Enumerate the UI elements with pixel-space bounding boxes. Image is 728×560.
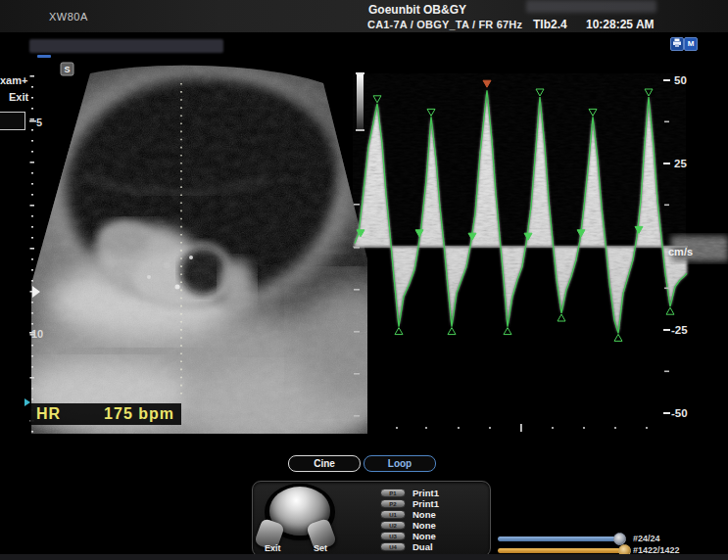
print-status-icon[interactable] xyxy=(670,37,684,51)
softkey-u2[interactable]: U2 xyxy=(380,521,406,530)
measure-mode-icon[interactable]: M xyxy=(684,37,698,51)
set-key-label: Set xyxy=(314,543,327,553)
cine-button[interactable]: Cine xyxy=(288,455,361,472)
institution-name: Goeunbit OB&GY xyxy=(368,3,466,17)
tgc-marker-icon[interactable] xyxy=(24,398,30,406)
softkey-row: U2 None xyxy=(380,521,436,530)
patient-name-redacted xyxy=(29,39,223,53)
softkey-row: U4 Dual xyxy=(380,542,433,551)
thermal-index: TIb2.4 xyxy=(533,18,567,31)
system-model: XW80A xyxy=(49,11,88,23)
orientation-marker: S xyxy=(61,63,73,75)
svg-text:-25: -25 xyxy=(671,324,688,336)
ultrasound-screen: { "header": { "model": "XW80A", "institu… xyxy=(0,0,728,560)
softkey-u3[interactable]: U3 xyxy=(380,532,406,540)
softkey-p2[interactable]: P2 xyxy=(380,499,406,508)
printer-icon xyxy=(672,38,682,48)
softkey-help-panel: Exit Set P1 Print1 P2 Print1 U1 None U2 … xyxy=(252,481,491,557)
bottom-strip xyxy=(0,554,728,560)
softkey-u4[interactable]: U4 xyxy=(380,542,406,551)
background-noise xyxy=(353,73,686,240)
svg-text:-50: -50 xyxy=(671,407,688,419)
exit-key-label: Exit xyxy=(265,543,281,553)
svg-text:25: 25 xyxy=(674,158,687,169)
svg-text:5: 5 xyxy=(36,117,42,128)
doppler-spectrum[interactable]: 50 25 -25 -50 cm/s xyxy=(353,54,728,450)
image-progress-bar[interactable] xyxy=(498,548,623,553)
loop-button[interactable]: Loop xyxy=(364,455,436,472)
softkey-row: P2 Print1 xyxy=(380,499,439,508)
svg-text:S: S xyxy=(64,65,70,74)
frame-counter: #24/24 xyxy=(633,534,660,543)
bmode-image[interactable]: S 5 10 xyxy=(29,54,367,445)
thumbnail-slot[interactable] xyxy=(0,112,25,130)
heart-rate-readout: HR 175 bpm xyxy=(30,403,181,425)
hr-value: 175 bpm xyxy=(104,405,174,423)
svg-text:10: 10 xyxy=(31,328,43,340)
softkey-row: P1 Print1 xyxy=(380,489,439,497)
hr-label: HR xyxy=(36,405,61,423)
bmode-tissue xyxy=(29,54,367,445)
softkey-u1[interactable]: U1 xyxy=(380,510,406,519)
annotation-cursor xyxy=(37,55,51,58)
velocity-unit-label: cm/s xyxy=(668,246,693,257)
probe-preset-info: CA1-7A / OBGY_TA / FR 67Hz xyxy=(367,19,522,30)
sidebar-item-exit[interactable]: Exit xyxy=(9,91,28,103)
frame-progress-bar[interactable] xyxy=(498,537,619,541)
softkey-p1[interactable]: P1 xyxy=(380,489,406,497)
svg-text:50: 50 xyxy=(674,74,687,86)
clock: 10:28:25 AM xyxy=(586,18,655,31)
sidebar-item-exam[interactable]: xam+ xyxy=(0,74,27,86)
softkey-row: U1 None xyxy=(380,510,436,519)
patient-info-redacted xyxy=(526,0,656,13)
softkey-row: U3 None xyxy=(380,532,436,540)
gray-map-colorbar xyxy=(357,73,364,130)
